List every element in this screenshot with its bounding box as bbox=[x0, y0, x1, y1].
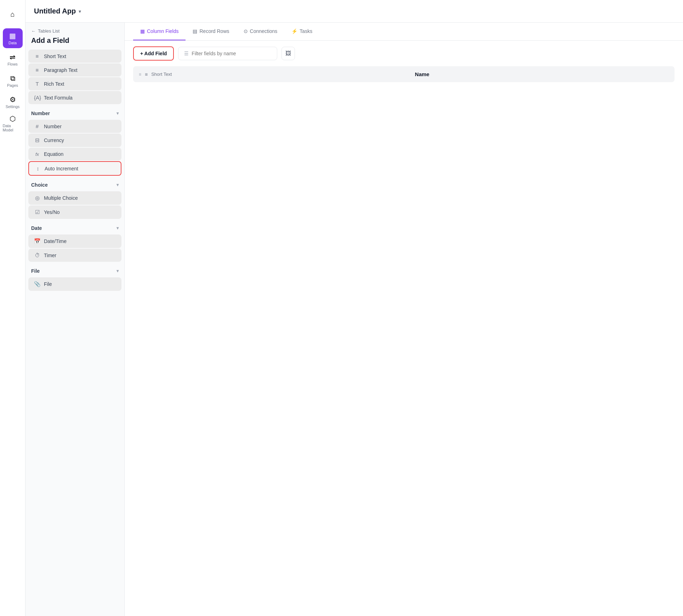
field-label-multiple-choice: Multiple Choice bbox=[44, 195, 78, 201]
field-label-rich-text: Rich Text bbox=[44, 81, 64, 87]
connections-tab-icon: ⊙ bbox=[244, 28, 248, 34]
field-item-number[interactable]: # Number bbox=[28, 120, 121, 133]
field-label-timer: Timer bbox=[44, 253, 56, 258]
field-label-yes-no: Yes/No bbox=[44, 209, 60, 215]
field-item-datetime[interactable]: 📅 Date/Time bbox=[28, 234, 121, 248]
datetime-icon: 📅 bbox=[34, 238, 40, 244]
row-field-name: Name bbox=[415, 71, 429, 77]
tab-label-tasks: Tasks bbox=[300, 28, 312, 34]
nav-item-flows[interactable]: ⇌ Flows bbox=[3, 50, 23, 69]
date-section-header: Date ▾ bbox=[25, 220, 124, 234]
filter-input[interactable] bbox=[192, 51, 271, 56]
field-item-multiple-choice[interactable]: ◎ Multiple Choice bbox=[28, 191, 121, 205]
field-label-paragraph-text: Paragraph Text bbox=[44, 67, 78, 73]
nav-home[interactable]: ⌂ bbox=[3, 4, 23, 24]
field-label-auto-increment: Auto Increment bbox=[45, 166, 78, 171]
nav-item-pages[interactable]: ⧉ Pages bbox=[3, 71, 23, 91]
row-field-icon: ≡ bbox=[145, 72, 148, 77]
filter-input-container: ☰ bbox=[178, 47, 277, 60]
nav-label-data: Data bbox=[8, 41, 17, 45]
choice-section-header: Choice ▾ bbox=[25, 176, 124, 191]
equation-icon: fx bbox=[34, 152, 40, 157]
paragraph-text-icon: ≡ bbox=[34, 67, 40, 73]
number-section-header: Number ▾ bbox=[25, 105, 124, 119]
app-header: Untitled App ▾ bbox=[25, 0, 683, 23]
file-section-label: File bbox=[31, 268, 40, 274]
record-rows-tab-icon: ▤ bbox=[193, 28, 197, 34]
tab-label-connections: Connections bbox=[250, 28, 278, 34]
app-title-chevron[interactable]: ▾ bbox=[79, 9, 81, 14]
nav-label-settings: Settings bbox=[6, 104, 20, 109]
field-item-text-formula[interactable]: {A} Text Formula bbox=[28, 91, 121, 104]
table-area: ≡ ≡ Short Text Name bbox=[125, 66, 683, 616]
back-to-tables[interactable]: ← Tables List bbox=[25, 23, 124, 35]
tab-tasks[interactable]: ⚡ Tasks bbox=[284, 23, 319, 40]
tab-label-record-rows: Record Rows bbox=[199, 28, 229, 34]
sidebar-title: Add a Field bbox=[25, 35, 124, 49]
file-chevron-icon[interactable]: ▾ bbox=[116, 269, 119, 273]
nav-item-data[interactable]: ▦ Data bbox=[3, 28, 23, 48]
field-item-auto-increment[interactable]: ↕ Auto Increment bbox=[28, 161, 121, 176]
drag-handle-icon[interactable]: ≡ bbox=[139, 72, 141, 77]
main-panel: ▦ Column Fields ▤ Record Rows ⊙ Connecti… bbox=[125, 23, 683, 616]
rich-text-icon: T bbox=[34, 81, 40, 87]
hide-fields-button[interactable]: 🖼 bbox=[281, 47, 295, 60]
data-icon: ▦ bbox=[9, 32, 16, 40]
choice-section-label: Choice bbox=[31, 182, 48, 188]
add-field-button[interactable]: + Add Field bbox=[133, 46, 174, 61]
content-area: ← Tables List Add a Field ≡ Short Text ≡… bbox=[25, 23, 683, 616]
nav-label-pages: Pages bbox=[7, 83, 18, 87]
tab-column-fields[interactable]: ▦ Column Fields bbox=[133, 23, 186, 40]
number-icon: # bbox=[34, 123, 40, 129]
choice-section: Choice ▾ ◎ Multiple Choice ☑ Yes/No bbox=[25, 176, 124, 220]
left-navigation: ⌂ ▦ Data ⇌ Flows ⧉ Pages ⚙ Settings ⬡ Da… bbox=[0, 0, 25, 616]
field-item-timer[interactable]: ⏱ Timer bbox=[28, 249, 121, 262]
field-label-datetime: Date/Time bbox=[44, 238, 67, 244]
pages-icon: ⧉ bbox=[10, 74, 15, 83]
number-section-label: Number bbox=[31, 111, 50, 116]
tasks-tab-icon: ⚡ bbox=[291, 28, 297, 34]
currency-icon: ⊟ bbox=[34, 137, 40, 143]
short-text-icon: ≡ bbox=[34, 53, 40, 59]
back-arrow-icon: ← bbox=[31, 28, 36, 34]
sidebar-panel: ← Tables List Add a Field ≡ Short Text ≡… bbox=[25, 23, 125, 616]
field-item-file[interactable]: 📎 File bbox=[28, 277, 121, 291]
number-chevron-icon[interactable]: ▾ bbox=[116, 111, 119, 116]
file-section: File ▾ 📎 File bbox=[25, 262, 124, 292]
text-fields-group: ≡ Short Text ≡ Paragraph Text T Rich Tex… bbox=[25, 49, 124, 105]
date-chevron-icon[interactable]: ▾ bbox=[116, 226, 119, 231]
yes-no-icon: ☑ bbox=[34, 209, 40, 215]
nav-item-settings[interactable]: ⚙ Settings bbox=[3, 92, 23, 112]
row-field-type: Short Text bbox=[151, 72, 172, 77]
field-label-currency: Currency bbox=[44, 137, 64, 143]
flows-icon: ⇌ bbox=[10, 53, 16, 61]
field-item-currency[interactable]: ⊟ Currency bbox=[28, 134, 121, 147]
field-item-rich-text[interactable]: T Rich Text bbox=[28, 77, 121, 90]
field-item-short-text[interactable]: ≡ Short Text bbox=[28, 50, 121, 63]
multiple-choice-icon: ◎ bbox=[34, 195, 40, 201]
datamodel-icon: ⬡ bbox=[10, 114, 16, 123]
nav-label-flows: Flows bbox=[7, 62, 18, 66]
table-row: ≡ ≡ Short Text Name bbox=[133, 66, 675, 82]
choice-chevron-icon[interactable]: ▾ bbox=[116, 182, 119, 187]
text-formula-icon: {A} bbox=[34, 95, 40, 101]
tab-connections[interactable]: ⊙ Connections bbox=[237, 23, 285, 40]
nav-item-datamodel[interactable]: ⬡ Data Model bbox=[3, 113, 23, 133]
field-label-short-text: Short Text bbox=[44, 53, 66, 59]
date-section-label: Date bbox=[31, 225, 42, 231]
field-label-file: File bbox=[44, 281, 52, 287]
app-title: Untitled App bbox=[34, 7, 76, 15]
date-section: Date ▾ 📅 Date/Time ⏱ Timer bbox=[25, 220, 124, 262]
tab-record-rows[interactable]: ▤ Record Rows bbox=[186, 23, 236, 40]
timer-icon: ⏱ bbox=[34, 252, 40, 258]
hide-fields-icon: 🖼 bbox=[285, 50, 291, 57]
nav-label-datamodel: Data Model bbox=[3, 124, 23, 132]
home-icon: ⌂ bbox=[10, 10, 15, 18]
field-item-yes-no[interactable]: ☑ Yes/No bbox=[28, 205, 121, 219]
main-area: Untitled App ▾ ← Tables List Add a Field… bbox=[25, 0, 683, 616]
number-section: Number ▾ # Number ⊟ Currency fx Equation… bbox=[25, 105, 124, 176]
tabs-bar: ▦ Column Fields ▤ Record Rows ⊙ Connecti… bbox=[125, 23, 683, 41]
field-item-paragraph-text[interactable]: ≡ Paragraph Text bbox=[28, 63, 121, 77]
field-item-equation[interactable]: fx Equation bbox=[28, 148, 121, 160]
add-field-label: + Add Field bbox=[140, 51, 167, 56]
